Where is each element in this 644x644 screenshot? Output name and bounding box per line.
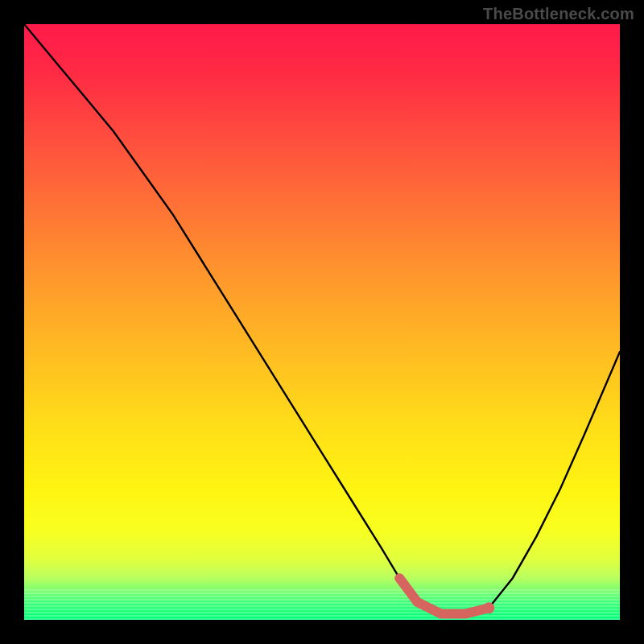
optimal-region-marker [399, 578, 489, 613]
optimal-region-endpoint [483, 602, 494, 613]
curve-svg [24, 24, 620, 620]
watermark-text: TheBottleneck.com [483, 5, 634, 23]
chart-frame: TheBottleneck.com [0, 0, 644, 644]
plot-area [24, 24, 620, 620]
bottleneck-curve [24, 24, 620, 614]
